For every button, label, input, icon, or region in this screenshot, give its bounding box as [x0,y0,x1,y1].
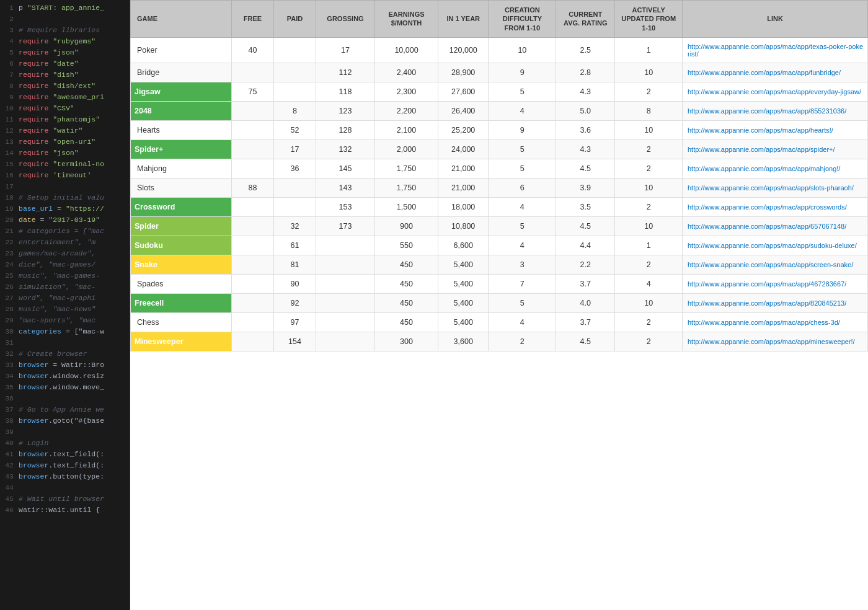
code-line: 7require "dish" [0,69,130,81]
cell-rating: 2.8 [556,63,615,82]
cell-paid [274,178,316,197]
line-content: Watir::Wait.until { [19,505,130,516]
cell-difficulty: 5 [489,82,556,101]
cell-paid: 17 [274,139,316,159]
code-line: 28 music", "mac-news" [0,304,130,315]
cell-earnings: 2,200 [375,101,438,120]
cell-rating: 4.3 [556,82,615,101]
code-line: 42browser.text_field(: [0,460,130,471]
cell-game: Crossword [131,197,232,216]
line-content: date = "2017-03-19" [19,214,130,226]
cell-free [232,120,274,139]
table-row: Poker401710,000120,000102.51http://www.a… [131,37,868,63]
cell-earnings: 450 [375,274,438,293]
col-header-difficulty: CREATION DIFFICULTY FROM 1-10 [489,1,556,38]
line-number: 9 [0,92,19,103]
cell-in1year: 21,000 [438,178,489,197]
cell-in1year: 5,400 [438,293,489,312]
cell-earnings: 2,300 [375,82,438,101]
table-panel[interactable]: GAMEFREEPAIDGROSSINGEARNINGS $/MONTHIN 1… [130,0,868,610]
cell-link: http://www.appannie.com/apps/mac/app/467… [683,274,868,293]
cell-in1year: 5,400 [438,255,489,274]
table-row: Chess974505,40043.72http://www.appannie.… [131,312,868,332]
code-line: 22 entertainment", "m [0,237,130,248]
line-number: 20 [0,214,19,226]
line-content: entertainment", "m [19,237,130,248]
line-number: 34 [0,371,19,382]
cell-rating: 3.9 [556,178,615,197]
code-line: 2 [0,14,130,25]
code-line: 16require 'timeout' [0,170,130,181]
line-content [19,393,130,404]
line-number: 17 [0,181,19,192]
line-number: 29 [0,315,19,326]
code-line: 25 music", "mac-games- [0,270,130,281]
line-content: require "phantomjs" [19,114,130,125]
code-line: 29 "mac-sports", "mac [0,315,130,326]
line-content: require "json" [19,47,130,58]
cell-updated: 2 [615,197,683,216]
cell-grossing [316,274,374,293]
code-line: 34browser.window.resiz [0,371,130,382]
cell-grossing: 112 [316,63,374,82]
col-header-free: FREE [232,1,274,38]
line-content: music", "mac-games- [19,270,130,281]
cell-game: Spider+ [131,139,232,159]
cell-game: Poker [131,37,232,63]
cell-earnings: 2,000 [375,139,438,159]
col-header-grossing: GROSSING [316,1,374,38]
cell-game: Snake [131,255,232,274]
table-row: Sudoku615506,60044.41http://www.appannie… [131,236,868,255]
cell-in1year: 28,900 [438,63,489,82]
cell-game: Spider [131,216,232,236]
line-number: 6 [0,58,19,69]
code-line: 3# Require libraries [0,25,130,36]
cell-link: http://www.appannie.com/apps/mac/app/eve… [683,82,868,101]
cell-in1year: 3,600 [438,332,489,351]
line-content: simulation", "mac- [19,281,130,293]
cell-free [232,139,274,159]
code-line: 20date = "2017-03-19" [0,214,130,226]
line-number: 41 [0,449,19,460]
code-line: 33browser = Watir::Bro [0,360,130,371]
cell-difficulty: 6 [489,178,556,197]
cell-updated: 2 [615,139,683,159]
cell-free [232,216,274,236]
cell-paid: 92 [274,293,316,312]
line-number: 15 [0,159,19,170]
col-header-link: LINK [683,1,868,38]
cell-link: http://www.appannie.com/apps/mac/app/cro… [683,197,868,216]
cell-free [232,332,274,351]
line-number: 40 [0,438,19,449]
cell-link: http://www.appannie.com/apps/mac/app/sud… [683,236,868,255]
cell-earnings: 1,750 [375,178,438,197]
cell-grossing: 143 [316,178,374,197]
code-line: 43browser.button(type: [0,471,130,482]
code-line: 26 simulation", "mac- [0,281,130,293]
line-number: 37 [0,404,19,415]
cell-rating: 4.5 [556,216,615,236]
cell-link: http://www.appannie.com/apps/mac/app/fun… [683,63,868,82]
line-content: base_url = "https:// [19,203,130,214]
cell-paid: 61 [274,236,316,255]
cell-updated: 1 [615,37,683,63]
line-number: 13 [0,136,19,148]
line-number: 10 [0,103,19,114]
code-line: 5require "json" [0,47,130,58]
cell-grossing: 145 [316,159,374,178]
cell-paid: 97 [274,312,316,332]
cell-earnings: 550 [375,236,438,255]
code-line: 45# Wait until browser [0,493,130,505]
line-content: require "rubygems" [19,36,130,47]
cell-updated: 10 [615,216,683,236]
line-number: 27 [0,293,19,304]
line-number: 46 [0,505,19,516]
line-content: browser.text_field(: [19,449,130,460]
line-number: 33 [0,360,19,371]
line-content: games/mac-arcade", [19,248,130,259]
cell-game: Spades [131,274,232,293]
cell-paid [274,63,316,82]
line-number: 35 [0,382,19,393]
line-number: 39 [0,427,19,438]
line-content: dice", "mac-games/ [19,259,130,270]
